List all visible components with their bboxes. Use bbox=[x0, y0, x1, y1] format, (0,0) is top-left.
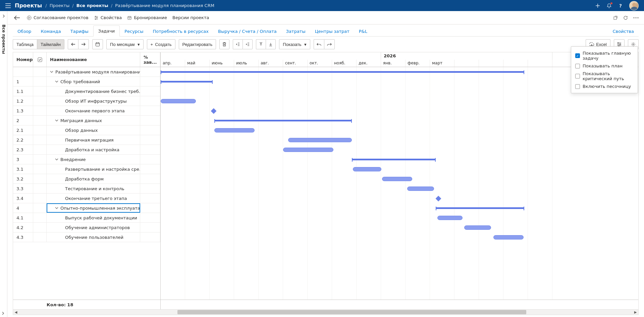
edit-button[interactable]: Редактировать bbox=[179, 39, 216, 49]
task-bar[interactable] bbox=[353, 167, 381, 171]
task-bar[interactable] bbox=[407, 187, 434, 191]
move-up-button[interactable] bbox=[256, 39, 266, 49]
scroll-left-icon[interactable]: ◀ bbox=[13, 310, 19, 315]
tab-revenue[interactable]: Выручка / Счета / Оплата bbox=[213, 26, 281, 37]
summary-bar[interactable] bbox=[214, 120, 352, 121]
redo-button[interactable] bbox=[324, 39, 335, 49]
scroll-right-icon[interactable]: ▶ bbox=[633, 310, 638, 315]
crumb-current[interactable]: Развёртывание модуля планирования CRM bbox=[113, 3, 216, 8]
hamburger-icon[interactable] bbox=[5, 3, 11, 8]
task-bar[interactable] bbox=[437, 216, 463, 220]
opt-plan[interactable]: Показывать план bbox=[575, 62, 634, 70]
task-row[interactable]: 4.1Выпуск рабочей документации bbox=[13, 213, 160, 223]
expand-icon[interactable] bbox=[55, 206, 58, 210]
task-row[interactable]: 4.3Обучение пользователей bbox=[13, 232, 160, 242]
task-row[interactable]: 4.2Обучение администраторов bbox=[13, 223, 160, 232]
props-action[interactable]: Свойства bbox=[94, 15, 122, 20]
task-row[interactable]: 1.1Документирование бизнес треб... bbox=[13, 87, 160, 96]
tab-right-props[interactable]: Свойства bbox=[608, 26, 639, 37]
move-down-button[interactable] bbox=[266, 39, 276, 49]
expand-icon[interactable] bbox=[55, 158, 58, 161]
summary-bar[interactable] bbox=[436, 207, 524, 209]
tab-tasks[interactable]: Задачи bbox=[93, 25, 120, 37]
task-row[interactable]: 1Сбор требований bbox=[13, 77, 160, 87]
rail-label[interactable]: Все проекты bbox=[1, 24, 6, 54]
task-row[interactable]: 3.1Развертывание и настройка сре... bbox=[13, 164, 160, 174]
task-bar[interactable] bbox=[382, 177, 412, 181]
scale-dropdown[interactable]: По месяцам▾ bbox=[106, 39, 144, 49]
nav-prev-button[interactable] bbox=[68, 39, 78, 49]
expand-icon[interactable] bbox=[50, 70, 53, 73]
calendar-button[interactable] bbox=[92, 39, 103, 49]
back-button[interactable] bbox=[13, 14, 21, 21]
indent-button[interactable] bbox=[243, 39, 253, 49]
task-bar[interactable] bbox=[493, 235, 524, 240]
tab-pnl[interactable]: P&L bbox=[354, 26, 372, 37]
tab-resources[interactable]: Ресурсы bbox=[120, 26, 148, 37]
task-bar[interactable] bbox=[283, 148, 333, 152]
task-row[interactable]: 3Внедрение bbox=[13, 155, 160, 164]
add-icon[interactable] bbox=[595, 3, 600, 8]
bell-icon[interactable] bbox=[606, 3, 612, 8]
task-row[interactable]: 3.4Окончание третьего этапа bbox=[13, 194, 160, 203]
booking-action[interactable]: Бронирование bbox=[127, 15, 167, 20]
delete-button[interactable] bbox=[219, 39, 229, 49]
svg-point-3 bbox=[96, 17, 97, 18]
opt-sandbox[interactable]: Включить песочницу bbox=[575, 83, 634, 90]
task-bar[interactable] bbox=[464, 225, 491, 230]
nav-next-button[interactable] bbox=[78, 39, 89, 49]
task-row[interactable]: 3.2Доработка форм bbox=[13, 174, 160, 184]
expand-rail-icon[interactable] bbox=[2, 14, 5, 18]
view-table-button[interactable]: Таблица bbox=[13, 39, 37, 49]
task-row[interactable]: 3.3Тестирование и контроль bbox=[13, 184, 160, 194]
expand-icon[interactable] bbox=[55, 119, 58, 122]
scroll-thumb[interactable] bbox=[177, 310, 526, 314]
col-num[interactable]: Номер bbox=[13, 52, 33, 67]
task-row[interactable]: 2.3Доработка и настройка bbox=[13, 145, 160, 155]
milestone[interactable] bbox=[436, 196, 441, 202]
task-row[interactable]: 2.2Первичная миграция bbox=[13, 135, 160, 145]
crumb-all[interactable]: Все проекты bbox=[74, 3, 110, 8]
summary-bar[interactable] bbox=[161, 71, 524, 73]
col-pct[interactable]: % зав... bbox=[140, 52, 160, 67]
tab-demand[interactable]: Потребность в ресурсах bbox=[148, 26, 213, 37]
col-name[interactable]: Наименование bbox=[47, 52, 140, 67]
task-row[interactable]: 2Миграция данных bbox=[13, 116, 160, 125]
col-check[interactable] bbox=[33, 52, 47, 67]
task-bar[interactable] bbox=[161, 99, 196, 103]
horizontal-scrollbar[interactable]: ◀ ▶ bbox=[13, 309, 639, 315]
view-timeline-button[interactable]: Таймлайн bbox=[37, 39, 64, 49]
more-icon[interactable] bbox=[633, 17, 639, 18]
task-bar[interactable] bbox=[288, 138, 352, 142]
summary-bar[interactable] bbox=[352, 159, 436, 160]
help-icon[interactable]: ? bbox=[618, 3, 623, 8]
opt-main-task[interactable]: ✓Показывать главную задачу bbox=[575, 49, 634, 62]
task-row[interactable]: Развёртывание модуля планирования... bbox=[13, 67, 160, 77]
refresh-icon[interactable] bbox=[623, 15, 628, 20]
tab-team[interactable]: Команда bbox=[36, 26, 65, 37]
task-row[interactable]: 1.2Обзор ИТ инфраструктуры bbox=[13, 96, 160, 106]
task-grid: Номер Наименование % зав... Развёртывани… bbox=[13, 52, 161, 309]
undo-button[interactable] bbox=[314, 39, 324, 49]
task-row[interactable]: 1.3Окончание первого этапа bbox=[13, 106, 160, 116]
approve-action[interactable]: Согласование проектов bbox=[27, 15, 89, 20]
task-row[interactable]: 4Опытно-промышленная эксплуата... bbox=[13, 203, 160, 213]
avatar[interactable] bbox=[629, 1, 639, 10]
tab-costs[interactable]: Затраты bbox=[281, 26, 310, 37]
new-window-icon[interactable] bbox=[613, 15, 618, 20]
task-row[interactable]: 2.1Обзор данных bbox=[13, 125, 160, 135]
crumb-projects[interactable]: Проекты bbox=[48, 3, 72, 8]
tab-overview[interactable]: Обзор bbox=[13, 26, 36, 37]
show-dropdown[interactable]: Показать▾ bbox=[279, 39, 310, 49]
tab-cost-centers[interactable]: Центры затрат bbox=[310, 26, 354, 37]
expand-icon[interactable] bbox=[55, 80, 58, 83]
tab-rates[interactable]: Тарифы bbox=[66, 26, 93, 37]
expand-bottom-icon[interactable] bbox=[1, 312, 5, 315]
versions-action[interactable]: Версии проекта bbox=[172, 15, 209, 20]
summary-bar[interactable] bbox=[161, 81, 213, 83]
outdent-button[interactable] bbox=[233, 39, 243, 49]
create-button[interactable]: +Создать bbox=[147, 39, 175, 49]
opt-critical[interactable]: Показывать критический путь bbox=[575, 70, 634, 83]
task-bar[interactable] bbox=[214, 128, 255, 133]
milestone[interactable] bbox=[211, 108, 217, 114]
